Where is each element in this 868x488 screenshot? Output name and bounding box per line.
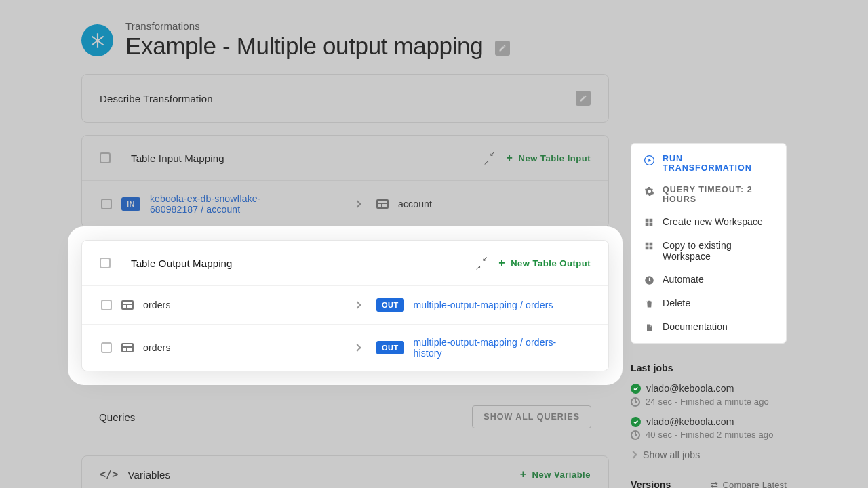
table-icon <box>121 343 134 352</box>
svg-rect-2 <box>650 219 653 222</box>
document-icon <box>644 322 654 333</box>
documentation-item[interactable]: Documentation <box>631 315 786 339</box>
queries-section: Queries SHOW ALL QUERIES <box>81 390 609 443</box>
job-user: vlado@keboola.com <box>646 416 734 427</box>
output-target-link[interactable]: multiple-output-mapping / orders-history <box>414 337 576 359</box>
svg-rect-1 <box>646 219 649 222</box>
new-variable-button[interactable]: + New Variable <box>520 468 591 481</box>
input-mapping-card: Table Input Mapping + New Table Input IN… <box>81 135 609 228</box>
row-checkbox[interactable] <box>101 342 112 353</box>
show-all-queries-button[interactable]: SHOW ALL QUERIES <box>472 405 591 428</box>
input-mapping-row[interactable]: IN keboola-ex-db-snowflake-680982187 / a… <box>82 180 608 227</box>
job-meta: 40 sec - Finished 2 minutes ago <box>646 430 774 440</box>
chevron-right-icon <box>353 200 361 207</box>
code-icon: </> <box>100 468 119 481</box>
plus-icon: + <box>520 468 527 481</box>
snowflake-icon <box>81 24 113 56</box>
delete-item[interactable]: Delete <box>631 291 786 315</box>
svg-rect-7 <box>646 247 649 250</box>
automate-item[interactable]: Automate <box>631 268 786 291</box>
output-mapping-row[interactable]: orders OUT multiple-output-mapping / ord… <box>82 285 608 324</box>
describe-label: Describe Transformation <box>100 93 558 104</box>
svg-rect-4 <box>650 223 653 226</box>
trash-icon <box>644 298 654 309</box>
breadcrumb[interactable]: Transformations <box>125 20 510 32</box>
queries-title: Queries <box>99 411 472 423</box>
describe-card: Describe Transformation <box>81 74 609 123</box>
svg-rect-5 <box>646 243 649 246</box>
row-checkbox[interactable] <box>101 300 112 310</box>
chevron-right-icon <box>353 301 361 308</box>
svg-rect-6 <box>650 243 653 246</box>
compare-icon: ⇄ <box>711 480 718 489</box>
show-all-jobs-link[interactable]: Show all jobs <box>631 449 787 460</box>
out-badge: OUT <box>376 341 404 354</box>
last-jobs-title: Last jobs <box>631 363 787 373</box>
compare-latest-link[interactable]: ⇄ Compare Latest <box>711 480 787 489</box>
svg-rect-3 <box>646 223 649 226</box>
workspace-icon <box>644 217 654 228</box>
out-badge: OUT <box>376 298 404 312</box>
plus-icon: + <box>498 257 505 269</box>
job-item[interactable]: vlado@keboola.com 24 sec - Finished a mi… <box>631 383 787 407</box>
output-source: orders <box>143 300 171 310</box>
chevron-right-icon <box>629 451 637 458</box>
play-icon <box>644 155 654 165</box>
job-meta: 24 sec - Finished a minute ago <box>646 396 769 407</box>
table-icon <box>121 300 134 310</box>
collapse-icon[interactable] <box>477 258 486 268</box>
in-badge: IN <box>121 197 140 211</box>
input-mapping-select-all[interactable] <box>100 152 111 163</box>
output-mapping-select-all[interactable] <box>100 258 111 268</box>
clock-icon <box>644 274 654 285</box>
actions-panel: Run Transformation Query Timeout: 2 hour… <box>631 143 787 344</box>
plus-icon: + <box>507 152 513 164</box>
table-icon <box>376 199 389 209</box>
collapse-icon[interactable] <box>485 153 494 163</box>
run-transformation-button[interactable]: Run Transformation <box>631 148 786 179</box>
job-item[interactable]: vlado@keboola.com 40 sec - Finished 2 mi… <box>631 416 787 440</box>
output-source: orders <box>143 342 171 353</box>
svg-rect-8 <box>650 247 653 250</box>
output-mapping-card: Table Output Mapping + New Table Output … <box>81 240 609 371</box>
edit-description-icon[interactable] <box>576 91 591 106</box>
edit-title-icon[interactable] <box>495 41 510 56</box>
output-target-link[interactable]: multiple-output-mapping / orders <box>414 300 553 310</box>
output-mapping-row[interactable]: orders OUT multiple-output-mapping / ord… <box>82 324 608 371</box>
success-icon <box>631 384 641 394</box>
new-table-input-button[interactable]: + New Table Input <box>507 152 591 164</box>
input-source-link[interactable]: keboola-ex-db-snowflake-680982187 / acco… <box>150 193 299 215</box>
success-icon <box>631 417 641 427</box>
variables-card: </> Variables + New Variable <box>81 455 609 488</box>
gear-icon <box>644 186 654 197</box>
variables-title: Variables <box>128 469 511 481</box>
new-table-output-button[interactable]: + New Table Output <box>498 257 591 269</box>
copy-icon <box>644 241 654 251</box>
chevron-right-icon <box>353 344 361 351</box>
versions-title: Versions <box>631 479 671 488</box>
input-target: account <box>398 199 432 209</box>
row-checkbox[interactable] <box>101 199 112 209</box>
input-mapping-title: Table Input Mapping <box>131 152 473 164</box>
page-title: Example - Multiple output mapping <box>125 33 483 59</box>
create-workspace-item[interactable]: Create new Workspace <box>631 210 786 234</box>
query-timeout-item[interactable]: Query Timeout: 2 hours <box>631 179 786 210</box>
job-user: vlado@keboola.com <box>646 383 734 394</box>
copy-workspace-item[interactable]: Copy to existing Workspace <box>631 234 786 268</box>
clock-icon <box>631 397 640 407</box>
output-mapping-title: Table Output Mapping <box>131 258 465 269</box>
clock-icon <box>631 430 640 440</box>
